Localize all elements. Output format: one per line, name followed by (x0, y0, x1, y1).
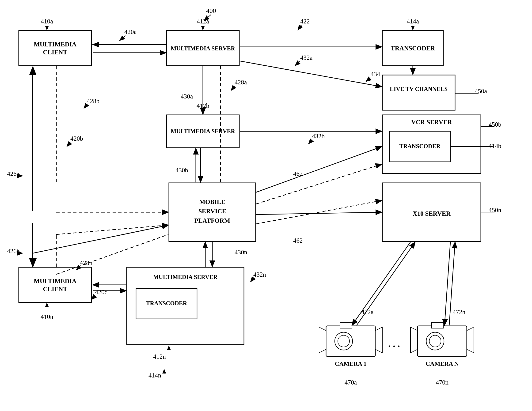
svg-text:CLIENT: CLIENT (43, 286, 67, 293)
svg-point-45 (338, 335, 350, 347)
svg-text:412a: 412a (197, 18, 209, 25)
svg-text:430b: 430b (175, 167, 188, 174)
svg-text:SERVICE: SERVICE (198, 208, 226, 215)
svg-text:432b: 432b (312, 133, 325, 140)
svg-text:420b: 420b (70, 135, 83, 142)
full-diagram-svg: MULTIMEDIA CLIENT MULTIMEDIA SERVER TRAN… (0, 0, 532, 411)
svg-marker-47 (319, 327, 326, 353)
svg-text:470a: 470a (345, 379, 357, 386)
svg-text:CAMERA N: CAMERA N (426, 360, 459, 367)
svg-point-52 (429, 335, 441, 347)
svg-text:462: 462 (293, 237, 303, 244)
svg-text:428b: 428b (87, 98, 99, 104)
svg-marker-55 (467, 327, 474, 353)
svg-text:432n: 432n (253, 271, 266, 278)
svg-text:MOBILE: MOBILE (199, 198, 225, 206)
svg-marker-48 (375, 327, 382, 353)
svg-rect-15 (19, 30, 92, 66)
svg-text:432a: 432a (300, 54, 313, 61)
svg-text:434: 434 (370, 71, 380, 78)
svg-marker-54 (410, 327, 418, 353)
svg-text:420a: 420a (124, 28, 137, 35)
svg-text:414n: 414n (149, 372, 162, 379)
svg-text:VCR SERVER: VCR SERVER (411, 119, 452, 126)
svg-text:450n: 450n (489, 206, 502, 214)
svg-rect-36 (19, 267, 92, 302)
svg-text:X10 SERVER: X10 SERVER (413, 210, 451, 217)
svg-text:TRANSCODER: TRANSCODER (399, 143, 440, 149)
svg-text:LIVE TV CHANNELS: LIVE TV CHANNELS (390, 86, 447, 92)
svg-text:. . .: . . . (388, 338, 400, 349)
svg-text:MULTIMEDIA: MULTIMEDIA (34, 278, 77, 285)
svg-text:400: 400 (206, 7, 216, 14)
svg-text:CAMERA 1: CAMERA 1 (335, 360, 366, 367)
svg-text:MULTIMEDIA: MULTIMEDIA (34, 41, 77, 48)
svg-rect-53 (432, 322, 443, 328)
svg-text:TRANSCODER: TRANSCODER (146, 300, 187, 307)
svg-text:414b: 414b (489, 142, 501, 149)
svg-text:412n: 412n (153, 353, 166, 360)
svg-text:MULTIMEDIA SERVER: MULTIMEDIA SERVER (171, 128, 235, 134)
svg-text:CLIENT: CLIENT (43, 49, 67, 56)
svg-text:428a: 428a (235, 79, 247, 86)
svg-text:TRANSCODER: TRANSCODER (390, 45, 435, 52)
svg-text:472n: 472n (453, 308, 466, 316)
svg-rect-22 (382, 75, 455, 110)
svg-text:410a: 410a (41, 18, 53, 25)
svg-text:MULTIMEDIA SERVER: MULTIMEDIA SERVER (171, 45, 235, 52)
svg-text:430n: 430n (235, 249, 247, 256)
svg-text:MULTIMEDIA SERVER: MULTIMEDIA SERVER (153, 274, 218, 280)
svg-text:414a: 414a (407, 18, 419, 25)
svg-text:426a: 426a (7, 170, 19, 177)
svg-rect-46 (340, 322, 352, 328)
svg-text:470n: 470n (436, 379, 449, 386)
svg-text:420c: 420c (95, 289, 107, 296)
svg-text:PLATFORM: PLATFORM (194, 217, 230, 224)
svg-text:426b: 426b (7, 248, 20, 255)
svg-text:430a: 430a (180, 93, 193, 100)
svg-text:450b: 450b (489, 121, 501, 128)
svg-text:450a: 450a (475, 88, 487, 95)
svg-text:422: 422 (300, 18, 310, 25)
svg-text:428n: 428n (80, 259, 93, 266)
